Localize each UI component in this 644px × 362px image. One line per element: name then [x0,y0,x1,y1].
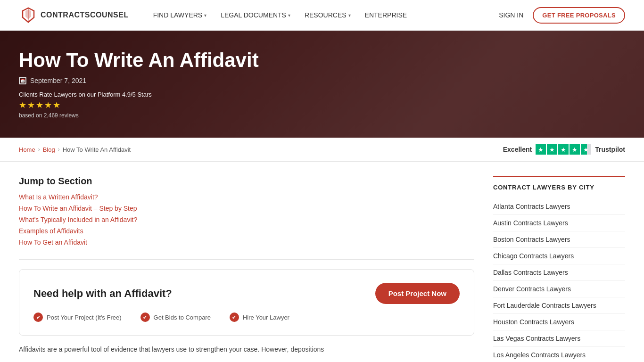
jump-link-0[interactable]: What Is a Written Affidavit? [19,193,474,201]
jump-link-4[interactable]: How To Get an Affidavit [19,239,474,246]
cta-feature-0: ✔ Post Your Project (It's Free) [33,313,122,322]
check-badge-2: ✔ [230,313,239,322]
divider-1 [19,259,474,260]
check-badge-1: ✔ [140,313,150,322]
article-intro: Affidavits are a powerful tool of eviden… [19,344,474,355]
main-layout: Jump to Section What Is a Written Affida… [0,162,644,362]
cta-top: Need help with an Affidavit? Post Projec… [33,283,460,304]
tp-star-4: ★ [570,144,580,155]
chevron-down-icon: ▾ [348,13,351,18]
sidebar: CONTRACT LAWYERS BY CITY Atlanta Contrac… [493,176,625,362]
nav-enterprise[interactable]: ENTERPRISE [359,8,413,23]
breadcrumb-separator-1: › [38,146,40,153]
breadcrumb-separator-2: › [58,146,60,153]
chevron-down-icon: ▾ [204,13,206,18]
city-link-3[interactable]: Chicago Contracts Lawyers [493,248,625,264]
get-free-proposals-button[interactable]: GET FREE PROPOSALS [533,7,625,24]
cta-feature-2: ✔ Hire Your Lawyer [230,313,289,322]
cta-features: ✔ Post Your Project (It's Free) ✔ Get Bi… [33,313,460,322]
city-link-1[interactable]: Austin Contracts Lawyers [493,215,625,231]
sidebar-city-links: Atlanta Contracts Lawyers Austin Contrac… [493,198,625,362]
jump-link-1[interactable]: How To Write an Affidavit – Step by Step [19,205,474,212]
sidebar-section-title: CONTRACT LAWYERS BY CITY [493,184,625,191]
city-link-9[interactable]: Los Angeles Contracts Lawyers [493,347,625,362]
sidebar-city-section: CONTRACT LAWYERS BY CITY Atlanta Contrac… [493,176,625,362]
jump-section-title: Jump to Section [19,176,474,187]
trustpilot-excellent: Excellent [503,146,532,153]
city-link-2[interactable]: Boston Contracts Lawyers [493,231,625,248]
nav-right: SIGN IN GET FREE PROPOSALS [499,7,625,24]
jump-link-3[interactable]: Examples of Affidavits [19,227,474,235]
nav-legal-documents[interactable]: LEGAL DOCUMENTS ▾ [215,8,296,23]
breadcrumb-bar: Home › Blog › How To Write An Affidavit … [0,138,644,162]
tp-star-2: ★ [547,144,557,155]
calendar-icon: 📅 [19,77,26,84]
cta-feature-1: ✔ Get Bids to Compare [140,313,211,322]
chevron-down-icon: ▾ [288,13,290,18]
tp-star-5: ★ [581,144,591,155]
trustpilot-label: Trustpilot [595,146,625,153]
city-link-4[interactable]: Dallas Contracts Lawyers [493,264,625,281]
breadcrumb-home[interactable]: Home [19,146,35,153]
star-2: ★ [27,100,35,110]
breadcrumb-current: How To Write An Affidavit [63,146,131,153]
trustpilot: Excellent ★ ★ ★ ★ ★ Trustpilot [503,144,625,155]
hero-content: How To Write An Affidavit 📅 September 7,… [19,49,259,119]
star-5: ★ [53,100,60,110]
hero-section: How To Write An Affidavit 📅 September 7,… [0,31,644,138]
star-rating: ★ ★ ★ ★ ★ [19,100,259,110]
rating-text: Clients Rate Lawyers on our Platform 4.9… [19,91,259,98]
cta-title: Need help with an Affidavit? [33,288,172,300]
city-link-8[interactable]: Las Vegas Contracts Lawyers [493,330,625,347]
breadcrumb: Home › Blog › How To Write An Affidavit [19,146,131,153]
city-link-7[interactable]: Houston Contracts Lawyers [493,314,625,330]
tp-star-3: ★ [558,144,569,155]
breadcrumb-blog[interactable]: Blog [43,146,55,153]
logo-text: CONTRACTSCOUNSEL [41,11,129,19]
jump-links: What Is a Written Affidavit? How To Writ… [19,193,474,246]
jump-link-2[interactable]: What's Typically Included in an Affidavi… [19,216,474,223]
tp-star-1: ★ [536,144,546,155]
jump-to-section: Jump to Section What Is a Written Affida… [19,176,474,246]
navbar: CONTRACTSCOUNSEL FIND LAWYERS ▾ LEGAL DO… [0,0,644,31]
city-link-0[interactable]: Atlanta Contracts Lawyers [493,198,625,215]
logo-icon [19,6,37,24]
nav-links: FIND LAWYERS ▾ LEGAL DOCUMENTS ▾ RESOURC… [148,8,499,23]
post-project-button[interactable]: Post Project Now [375,283,460,304]
reviews-count: based on 2,469 reviews [19,112,259,119]
cta-box: Need help with an Affidavit? Post Projec… [19,269,474,336]
sign-in-link[interactable]: SIGN IN [499,11,523,19]
star-4: ★ [44,100,52,110]
city-link-6[interactable]: Fort Lauderdale Contracts Lawyers [493,297,625,314]
trustpilot-stars: ★ ★ ★ ★ ★ [536,144,591,155]
star-3: ★ [36,100,43,110]
content-area: Jump to Section What Is a Written Affida… [19,176,474,355]
city-link-5[interactable]: Denver Contracts Lawyers [493,281,625,297]
star-1: ★ [19,100,26,110]
page-title: How To Write An Affidavit [19,49,259,71]
nav-find-lawyers[interactable]: FIND LAWYERS ▾ [148,8,213,23]
nav-resources[interactable]: RESOURCES ▾ [299,8,356,23]
check-badge-0: ✔ [33,313,43,322]
logo[interactable]: CONTRACTSCOUNSEL [19,6,129,24]
hero-date: 📅 September 7, 2021 [19,77,259,84]
